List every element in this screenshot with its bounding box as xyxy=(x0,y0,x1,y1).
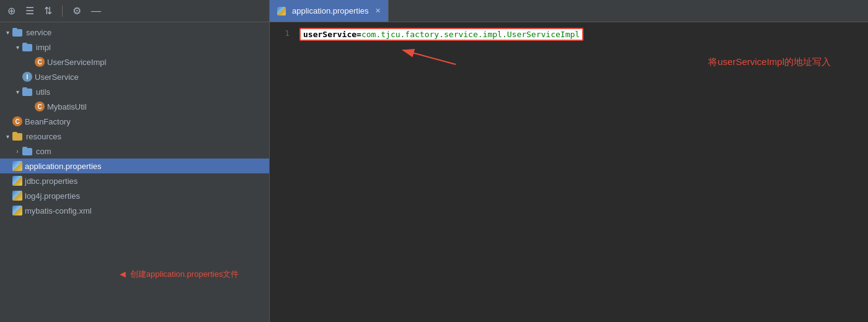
annotation-right-text: 将userServiceImpl的地址写入 xyxy=(708,56,831,67)
code-content[interactable]: userService=com.tjcu.factory.service.imp… xyxy=(294,27,868,317)
tree-item-userserviceimpl[interactable]: C UserServiceImpl xyxy=(0,54,269,69)
tab-props-icon xyxy=(277,7,286,15)
code-highlighted-block: userService=com.tjcu.factory.service.imp… xyxy=(299,28,583,41)
expand-arrow-utils: ▾ xyxy=(12,89,22,95)
separator xyxy=(62,6,63,17)
tree-item-beanfactory[interactable]: C BeanFactory xyxy=(0,114,269,129)
annotation-create-text: 创建application.properties文件 xyxy=(130,269,239,280)
tree-item-utils[interactable]: ▾ utils xyxy=(0,84,269,99)
class-badge-i: I xyxy=(22,72,32,82)
label-com: com xyxy=(36,147,51,156)
folder-icon-service xyxy=(12,28,24,37)
annotation-create: ◄ 创建application.properties文件 xyxy=(118,269,239,280)
tree-item-log4j-properties[interactable]: log4j.properties xyxy=(0,188,269,203)
collapse-button[interactable]: ⇅ xyxy=(42,4,55,18)
file-tree-panel: ⊕ ☰ ⇅ ⚙ — ▾ service ▾ impl C UserService… xyxy=(0,0,270,322)
class-badge-beanfactory: C xyxy=(12,116,22,126)
expand-arrow-resources: ▾ xyxy=(2,133,12,140)
class-badge-c: C xyxy=(35,57,45,67)
label-mybatis-config: mybatis-config.xml xyxy=(25,206,92,215)
annotation-arrow-icon: ◄ xyxy=(118,269,128,280)
editor-panel: application.properties ✕ 1 userService=c… xyxy=(270,0,868,322)
label-beanfactory: BeanFactory xyxy=(25,117,71,126)
tab-application-properties[interactable]: application.properties ✕ xyxy=(270,0,389,22)
label-log4j-properties: log4j.properties xyxy=(25,191,80,201)
settings-button[interactable]: ⚙ xyxy=(70,4,84,18)
tree-item-resources[interactable]: ▾ resources xyxy=(0,129,269,144)
code-value: com.tjcu.factory.service.impl.UserServic… xyxy=(361,30,580,39)
folder-icon-com xyxy=(22,147,33,155)
tab-close-button[interactable]: ✕ xyxy=(375,7,381,15)
label-impl: impl xyxy=(36,43,51,52)
label-mybatisutil: MybatisUtil xyxy=(47,102,87,111)
line-number-1: 1 xyxy=(270,28,290,38)
label-resources: resources xyxy=(26,132,61,141)
code-line-1: userService=com.tjcu.factory.service.imp… xyxy=(299,27,868,41)
tree-item-com[interactable]: › com xyxy=(0,144,269,159)
expand-arrow-service: ▾ xyxy=(2,29,12,36)
label-userservice: UserService xyxy=(35,72,79,82)
tree-item-mybatisutil[interactable]: C MybatisUtil xyxy=(0,99,269,114)
add-button[interactable]: ⊕ xyxy=(5,4,18,18)
folder-icon-utils xyxy=(22,87,33,96)
code-key: userService xyxy=(303,30,356,39)
tree-item-userservice[interactable]: I UserService xyxy=(0,69,269,84)
tree-item-service[interactable]: ▾ service xyxy=(0,25,269,40)
folder-icon-resources xyxy=(12,132,24,141)
expand-arrow-impl: ▾ xyxy=(12,44,22,51)
tree-item-impl[interactable]: ▾ impl xyxy=(0,40,269,54)
class-badge-mybatisutil: C xyxy=(35,102,45,111)
minimize-button[interactable]: — xyxy=(89,4,104,18)
props-icon-mybatis xyxy=(12,206,22,215)
structure-button[interactable]: ☰ xyxy=(23,4,37,18)
expand-arrow-com: › xyxy=(12,148,22,155)
label-jdbc-properties: jdbc.properties xyxy=(25,176,78,186)
code-equals: = xyxy=(356,30,361,39)
folder-icon-impl xyxy=(22,43,33,51)
annotation-right: 将userServiceImpl的地址写入 xyxy=(708,56,831,68)
label-service: service xyxy=(26,28,51,37)
tree-item-mybatis-config[interactable]: mybatis-config.xml xyxy=(0,203,269,218)
props-icon-log4j xyxy=(12,191,22,201)
line-numbers: 1 xyxy=(270,27,294,317)
label-application-properties: application.properties xyxy=(25,162,102,171)
editor-area: 1 userService=com.tjcu.factory.service.i… xyxy=(270,22,868,322)
tree-item-jdbc-properties[interactable]: jdbc.properties xyxy=(0,173,269,188)
tree-item-application-properties[interactable]: application.properties xyxy=(0,159,269,173)
label-utils: utils xyxy=(36,87,50,97)
props-icon-application xyxy=(12,161,22,171)
tab-bar: application.properties ✕ xyxy=(270,0,868,22)
toolbar: ⊕ ☰ ⇅ ⚙ — xyxy=(0,0,269,22)
tab-label: application.properties xyxy=(292,6,369,15)
props-icon-jdbc xyxy=(12,176,22,186)
label-userserviceimpl: UserServiceImpl xyxy=(47,58,106,67)
